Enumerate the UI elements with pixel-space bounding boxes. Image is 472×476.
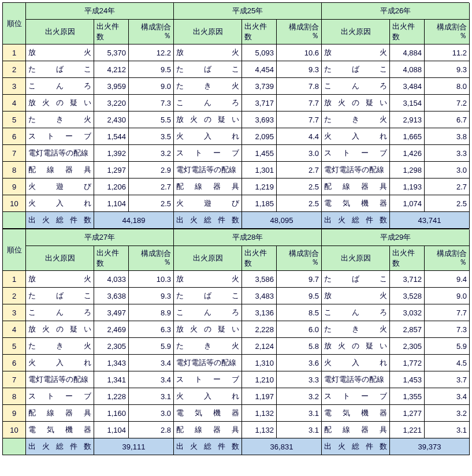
count-cell: 3,739 — [242, 78, 277, 95]
cause-cell: たき火 — [174, 78, 242, 95]
pct-cell: 7.7 — [425, 304, 470, 321]
pct-cell: 9.3 — [129, 288, 174, 304]
cause-cell: 配線器具 — [322, 422, 390, 438]
rank-cell: 6 — [3, 128, 26, 145]
pct-cell: 9.7 — [277, 271, 322, 288]
cause-cell: 配線器具 — [322, 178, 390, 195]
count-cell: 4,884 — [390, 44, 425, 61]
rank-cell: 8 — [3, 162, 26, 178]
cause-cell: 放火 — [174, 44, 242, 61]
count-cell: 1,104 — [94, 422, 129, 438]
count-cell: 1,193 — [390, 178, 425, 195]
total-spacer — [3, 212, 26, 229]
cause-cell: 電気機器 — [322, 195, 390, 212]
pct-cell: 3.1 — [129, 388, 174, 405]
cause-cell: 放火 — [26, 271, 94, 288]
col-header-pct: 構成割合％ — [277, 246, 322, 271]
total-value: 39,111 — [94, 438, 174, 455]
cause-cell: 放火の疑い — [174, 111, 242, 128]
count-cell: 2,913 — [390, 111, 425, 128]
count-cell: 1,197 — [242, 388, 277, 405]
col-header-cause: 出火原因 — [26, 246, 94, 271]
cause-cell: 火入れ — [26, 195, 94, 212]
pct-cell: 2.5 — [277, 178, 322, 195]
cause-cell: 放火 — [322, 44, 390, 61]
pct-cell: 3.0 — [277, 145, 322, 162]
total-value: 36,831 — [242, 438, 322, 455]
count-cell: 1,074 — [390, 195, 425, 212]
pct-cell: 3.1 — [277, 405, 322, 422]
rank-cell: 7 — [3, 145, 26, 162]
rank-cell: 6 — [3, 355, 26, 371]
pct-cell: 12.2 — [129, 44, 174, 61]
count-cell: 3,693 — [242, 111, 277, 128]
rank-cell: 2 — [3, 288, 26, 304]
cause-cell: こんろ — [174, 95, 242, 111]
col-header-cause: 出火原因 — [322, 20, 390, 44]
rank-cell: 4 — [3, 321, 26, 338]
pct-cell: 3.2 — [277, 388, 322, 405]
pct-cell: 6.0 — [277, 321, 322, 338]
count-cell: 4,212 — [94, 61, 129, 78]
cause-cell: ストーブ — [322, 388, 390, 405]
col-header-pct: 構成割合％ — [277, 20, 322, 44]
cause-cell: ストーブ — [174, 371, 242, 388]
col-header-pct: 構成割合％ — [129, 20, 174, 44]
cause-cell: 火入れ — [322, 355, 390, 371]
pct-cell: 9.5 — [277, 288, 322, 304]
cause-cell: 火入れ — [322, 128, 390, 145]
pct-cell: 3.0 — [129, 405, 174, 422]
pct-cell: 9.5 — [129, 61, 174, 78]
total-label: 出火総件数 — [174, 438, 242, 455]
count-cell: 1,221 — [390, 422, 425, 438]
pct-cell: 9.0 — [129, 78, 174, 95]
pct-cell: 3.2 — [425, 405, 470, 422]
rank-cell: 3 — [3, 78, 26, 95]
year-header: 平成29年 — [322, 229, 470, 246]
pct-cell: 3.1 — [425, 422, 470, 438]
cause-cell: こんろ — [174, 304, 242, 321]
pct-cell: 3.4 — [129, 355, 174, 371]
count-cell: 1,343 — [94, 355, 129, 371]
count-cell: 3,497 — [94, 304, 129, 321]
cause-cell: たばこ — [174, 288, 242, 304]
total-label: 出火総件数 — [26, 212, 94, 229]
col-header-cause: 出火原因 — [322, 246, 390, 271]
cause-cell: たき火 — [322, 321, 390, 338]
pct-cell: 9.4 — [425, 271, 470, 288]
col-header-count: 出火件数 — [390, 20, 425, 44]
rank-cell: 9 — [3, 405, 26, 422]
cause-cell: ストーブ — [322, 145, 390, 162]
cause-cell: 電気機器 — [26, 422, 94, 438]
cause-cell: 電灯電話等の配線 — [26, 371, 94, 388]
count-cell: 4,454 — [242, 61, 277, 78]
pct-cell: 3.6 — [277, 355, 322, 371]
cause-cell: 火入れ — [174, 388, 242, 405]
count-cell: 3,484 — [390, 78, 425, 95]
year-header: 平成27年 — [26, 229, 174, 246]
pct-cell: 3.5 — [129, 128, 174, 145]
rank-cell: 5 — [3, 111, 26, 128]
count-cell: 2,228 — [242, 321, 277, 338]
pct-cell: 7.7 — [277, 111, 322, 128]
pct-cell: 7.7 — [277, 95, 322, 111]
col-header-cause: 出火原因 — [174, 20, 242, 44]
total-label: 出火総件数 — [322, 212, 390, 229]
cause-cell: 放火 — [26, 44, 94, 61]
pct-cell: 3.2 — [129, 145, 174, 162]
cause-cell: 放火の疑い — [174, 321, 242, 338]
fire-stats-table: 順位平成24年平成25年平成26年出火原因出火件数構成割合％出火原因出火件数構成… — [2, 2, 469, 229]
total-label: 出火総件数 — [174, 212, 242, 229]
total-spacer — [3, 438, 26, 455]
cause-cell: こんろ — [322, 78, 390, 95]
pct-cell: 4.4 — [277, 128, 322, 145]
pct-cell: 5.9 — [129, 338, 174, 355]
pct-cell: 8.9 — [129, 304, 174, 321]
cause-cell: 火入れ — [26, 355, 94, 371]
count-cell: 1,219 — [242, 178, 277, 195]
col-header-count: 出火件数 — [242, 246, 277, 271]
col-header-count: 出火件数 — [242, 20, 277, 44]
count-cell: 3,483 — [242, 288, 277, 304]
rank-cell: 10 — [3, 195, 26, 212]
cause-cell: 電灯電話等の配線 — [174, 162, 242, 178]
